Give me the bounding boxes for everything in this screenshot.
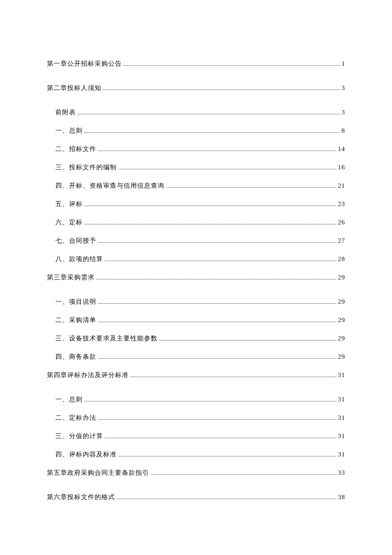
toc-leader-dots — [105, 260, 336, 261]
toc-page-number: 31 — [338, 372, 345, 379]
toc-label: 前附表 — [55, 108, 76, 116]
toc-entry: 第二章投标人须知 3 — [47, 84, 345, 92]
toc-label: 三、分值的计算 — [55, 432, 103, 440]
toc-page-number: 28 — [338, 256, 345, 263]
toc-page-number: 3 — [342, 84, 346, 92]
toc-leader-dots — [84, 205, 336, 206]
toc-page-number: 31 — [338, 433, 345, 440]
toc-entry: 四、商务条款 29 — [47, 353, 345, 361]
toc-entry: 一、项目说明 29 — [47, 298, 345, 306]
toc-leader-dots — [98, 321, 336, 322]
document-page: 第一章公开招标采购公告 1 第二章投标人须知 3 前附表 3 一、总则 8 二、… — [0, 0, 392, 543]
toc-entry: 第五章政府采购合同主要条款指引 33 — [47, 469, 345, 477]
toc-label: 二、定标办法 — [55, 414, 96, 422]
toc-page-number: 29 — [338, 353, 345, 360]
toc-label: 七、合同授予 — [55, 237, 96, 245]
toc-page-number: 16 — [338, 164, 345, 171]
toc-leader-dots — [84, 132, 340, 133]
toc-label: 第六章投标文件的格式 — [47, 493, 115, 501]
toc-page-number: 26 — [338, 219, 345, 226]
toc-leader-dots — [105, 437, 336, 438]
toc-entry: 前附表 3 — [47, 108, 345, 116]
toc-label: 三、投标文件的编制 — [55, 163, 117, 171]
toc-leader-dots — [98, 358, 336, 359]
toc-leader-dots — [96, 279, 336, 279]
toc-entry: 三、设备技术要求及主要性能参数 29 — [47, 334, 345, 343]
toc-entry: 三、投标文件的编制 16 — [47, 163, 345, 171]
toc-entry: 第四章评标办法及评分标准 31 — [47, 371, 345, 379]
toc-leader-dots — [98, 150, 336, 151]
toc-label: 四、商务条款 — [55, 353, 96, 361]
toc-page-number: 8 — [342, 127, 346, 134]
toc-leader-dots — [84, 401, 336, 401]
toc-leader-dots — [130, 376, 336, 377]
toc-page-number: 29 — [338, 317, 345, 324]
toc-label: 一、总则 — [55, 127, 83, 135]
toc-leader-dots — [117, 498, 336, 499]
toc-label: 第二章投标人须知 — [47, 84, 101, 92]
toc-page-number: 29 — [338, 335, 345, 342]
toc-page-number: 33 — [338, 469, 345, 477]
toc-leader-dots — [98, 419, 336, 420]
toc-label: 第三章采购需求 — [47, 273, 95, 282]
toc-label: 第一章公开招标采购公告 — [47, 60, 122, 68]
toc-page-number: 29 — [338, 274, 345, 281]
toc-label: 六、定标 — [55, 218, 83, 227]
toc-leader-dots — [103, 89, 340, 90]
toc-entry: 一、总则 8 — [47, 127, 345, 135]
toc-entry: 二、招标文件 14 — [47, 145, 345, 153]
toc-label: 二、招标文件 — [55, 145, 96, 153]
toc-page-number: 31 — [338, 396, 345, 403]
toc-page-number: 31 — [338, 414, 345, 421]
table-of-contents: 第一章公开招标采购公告 1 第二章投标人须知 3 前附表 3 一、总则 8 二、… — [47, 60, 345, 501]
toc-page-number: 14 — [338, 145, 345, 153]
toc-entry: 六、定标 26 — [47, 218, 345, 227]
toc-leader-dots — [159, 340, 336, 340]
toc-entry: 五、评标 23 — [47, 200, 345, 208]
toc-leader-dots — [118, 456, 336, 456]
toc-page-number: 27 — [338, 237, 345, 244]
toc-entry: 三、分值的计算 31 — [47, 432, 345, 440]
toc-page-number: 38 — [338, 494, 345, 501]
toc-label: 第四章评标办法及评分标准 — [47, 371, 129, 379]
toc-entry: 八、款项的结算 28 — [47, 255, 345, 263]
toc-label: 一、总则 — [55, 395, 83, 404]
toc-leader-dots — [166, 187, 336, 188]
toc-entry: 七、合同授予 27 — [47, 237, 345, 245]
toc-label: 四、开标、资格审查与信用信息查询 — [55, 182, 164, 190]
toc-page-number: 1 — [342, 60, 346, 67]
toc-entry: 第三章采购需求 29 — [47, 273, 345, 282]
toc-entry: 第六章投标文件的格式 38 — [47, 493, 345, 501]
toc-entry: 四、开标、资格审查与信用信息查询 21 — [47, 182, 345, 190]
toc-label: 第五章政府采购合同主要条款指引 — [47, 469, 149, 477]
toc-leader-dots — [124, 65, 340, 66]
toc-leader-dots — [78, 113, 340, 114]
toc-page-number: 23 — [338, 200, 345, 208]
toc-entry: 四、评标内容及标准 31 — [47, 450, 345, 459]
toc-page-number: 3 — [342, 109, 346, 116]
toc-label: 八、款项的结算 — [55, 255, 103, 263]
toc-page-number: 31 — [338, 451, 345, 458]
toc-leader-dots — [98, 242, 336, 243]
toc-entry: 二、采购清单 29 — [47, 316, 345, 324]
toc-page-number: 29 — [338, 298, 345, 305]
toc-leader-dots — [84, 224, 336, 224]
toc-label: 三、设备技术要求及主要性能参数 — [55, 334, 158, 343]
toc-leader-dots — [98, 303, 336, 304]
toc-entry: 一、总则 31 — [47, 395, 345, 404]
toc-label: 四、评标内容及标准 — [55, 450, 117, 459]
toc-leader-dots — [151, 474, 336, 475]
toc-entry: 第一章公开招标采购公告 1 — [47, 60, 345, 68]
toc-page-number: 21 — [338, 182, 345, 189]
toc-label: 二、采购清单 — [55, 316, 96, 324]
toc-leader-dots — [118, 169, 336, 169]
toc-label: 一、项目说明 — [55, 298, 96, 306]
toc-label: 五、评标 — [55, 200, 83, 208]
toc-entry: 二、定标办法 31 — [47, 414, 345, 422]
